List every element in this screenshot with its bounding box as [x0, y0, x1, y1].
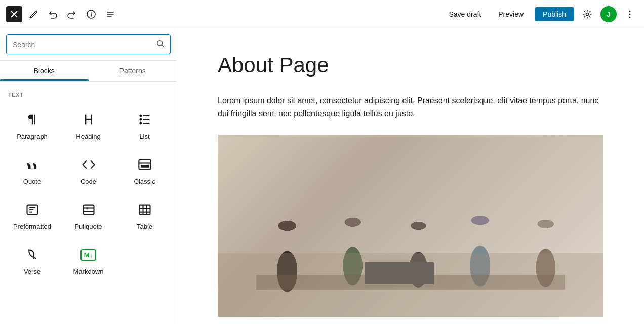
code-icon: [79, 155, 98, 174]
table-icon: [136, 200, 154, 219]
block-label-table: Table: [137, 223, 152, 230]
block-item-markdown[interactable]: M↓ Markdown: [60, 237, 116, 282]
svg-point-9: [140, 115, 141, 117]
block-label-quote: Quote: [23, 178, 41, 185]
edit-icon: [28, 9, 38, 19]
toolbar-left: [6, 6, 118, 22]
blocks-content: TEXT Paragraph: [0, 82, 177, 324]
toolbar: Save draft Preview Publish J: [0, 0, 644, 28]
block-item-preformatted[interactable]: Preformatted: [4, 192, 60, 237]
preformatted-icon: [23, 200, 42, 219]
block-label-preformatted: Preformatted: [13, 223, 51, 230]
quote-icon: [23, 155, 42, 174]
save-draft-button[interactable]: Save draft: [442, 7, 487, 21]
gear-icon: [582, 9, 592, 19]
search-submit-button[interactable]: [151, 35, 170, 54]
search-container: [0, 28, 177, 61]
block-label-classic: Classic: [134, 178, 155, 185]
block-item-classic[interactable]: Classic: [116, 147, 173, 192]
redo-icon: [67, 9, 77, 19]
main-layout: Blocks Patterns TEXT Paragraph: [0, 28, 644, 324]
page-image: [218, 135, 603, 317]
heading-icon: [79, 110, 98, 129]
block-label-paragraph: Paragraph: [17, 133, 48, 140]
svg-point-3: [629, 13, 631, 15]
sidebar: Blocks Patterns TEXT Paragraph: [0, 28, 177, 324]
verse-icon: [23, 246, 42, 264]
tab-bar: Blocks Patterns: [0, 61, 177, 82]
block-item-verse[interactable]: Verse: [4, 237, 60, 282]
svg-rect-23: [139, 205, 150, 215]
markdown-icon: M↓: [79, 246, 98, 264]
svg-point-11: [140, 123, 141, 124]
info-icon: [86, 9, 96, 19]
svg-point-4: [629, 16, 631, 18]
svg-rect-19: [83, 205, 94, 215]
undo-icon: [48, 9, 58, 19]
page-body[interactable]: Lorem ipsum dolor sit amet, consectetur …: [218, 94, 603, 120]
svg-rect-14: [140, 165, 148, 168]
info-button[interactable]: [83, 6, 99, 22]
edit-button[interactable]: [25, 6, 42, 22]
pullquote-icon: ❝: [79, 200, 98, 219]
block-label-markdown: Markdown: [73, 268, 104, 275]
tab-patterns[interactable]: Patterns: [89, 61, 177, 81]
block-item-paragraph[interactable]: Paragraph: [4, 102, 60, 147]
svg-text:❝: ❝: [86, 207, 88, 211]
svg-point-1: [586, 13, 589, 15]
editor-area[interactable]: About Page Lorem ipsum dolor sit amet, c…: [177, 28, 644, 324]
search-icon: [156, 39, 165, 48]
page-title[interactable]: About Page: [218, 53, 603, 78]
settings-button[interactable]: [579, 6, 595, 22]
block-item-list[interactable]: List: [116, 102, 173, 147]
list-view-button[interactable]: [102, 6, 118, 22]
block-label-list: List: [139, 133, 149, 140]
undo-button[interactable]: [45, 6, 61, 22]
close-button[interactable]: [6, 6, 22, 22]
people-photo: [218, 135, 603, 317]
list-view-icon: [105, 9, 115, 19]
toolbar-right: Save draft Preview Publish J: [442, 6, 638, 22]
block-label-heading: Heading: [76, 133, 100, 140]
block-item-pullquote[interactable]: ❝ Pullquote: [60, 192, 116, 237]
tab-blocks[interactable]: Blocks: [0, 61, 89, 81]
search-wrapper: [6, 34, 171, 54]
block-item-heading[interactable]: Heading: [60, 102, 116, 147]
block-label-verse: Verse: [24, 268, 41, 275]
svg-point-10: [140, 119, 141, 120]
classic-icon: [136, 155, 154, 174]
redo-button[interactable]: [64, 6, 80, 22]
publish-button[interactable]: Publish: [535, 7, 574, 21]
blocks-grid: Paragraph Heading: [0, 102, 177, 282]
section-label-text: TEXT: [0, 86, 177, 102]
avatar[interactable]: J: [600, 6, 617, 22]
more-options-icon: [625, 9, 635, 19]
list-icon: [136, 110, 154, 129]
block-item-quote[interactable]: Quote: [4, 147, 60, 192]
svg-point-5: [157, 40, 163, 46]
block-item-code[interactable]: Code: [60, 147, 116, 192]
search-input[interactable]: [7, 35, 151, 54]
preview-button[interactable]: Preview: [492, 7, 530, 21]
block-item-table[interactable]: Table: [116, 192, 173, 237]
paragraph-icon: [23, 110, 42, 129]
svg-point-2: [629, 10, 631, 12]
more-options-button[interactable]: [622, 6, 638, 22]
close-icon: [9, 9, 19, 19]
block-label-code: Code: [80, 178, 96, 185]
block-label-pullquote: Pullquote: [74, 223, 102, 230]
